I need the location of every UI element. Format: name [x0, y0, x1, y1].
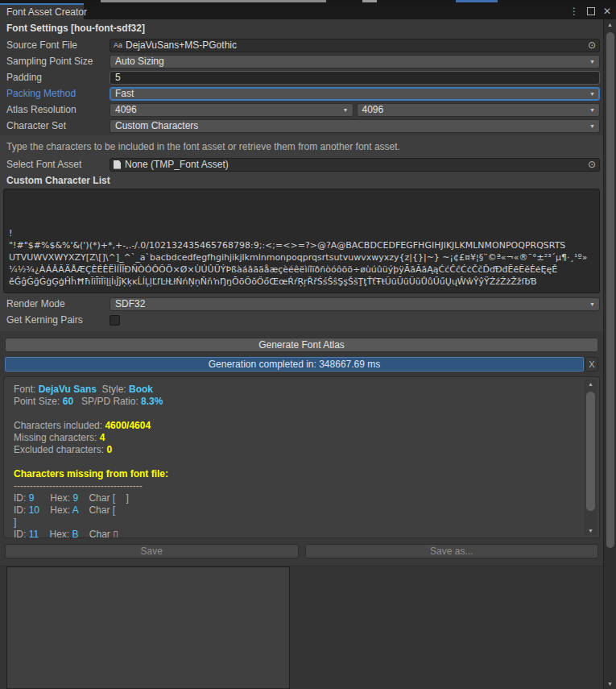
font-asset-file-icon — [114, 160, 121, 169]
maximize-icon[interactable] — [587, 7, 595, 15]
log-segment: Hex: — [39, 529, 72, 538]
select-font-asset-field[interactable]: None (TMP_Font Asset) ⊙ — [110, 158, 600, 172]
custom-characters-section: Type the characters to be included in th… — [0, 135, 603, 331]
atlas-width-value: 4096 — [115, 104, 137, 115]
scroll-down-icon[interactable]: ▼ — [585, 528, 597, 533]
scroll-down-icon[interactable]: ▼ — [604, 681, 616, 687]
atlas-resolution-label: Atlas Resolution — [3, 104, 110, 115]
window-scrollbar-thumb[interactable] — [606, 32, 614, 548]
log-segment: Characters included: — [14, 420, 105, 431]
row-render-mode: Render Mode SDF32 ▼ — [3, 296, 600, 312]
row-packing-method: Packing Method Fast ▼ — [3, 85, 600, 102]
source-font-file-value: DejaVuSans+MS-PGothic — [126, 39, 237, 51]
row-get-kerning-pairs: Get Kerning Pairs — [3, 312, 600, 328]
character-set-dropdown[interactable]: Custom Characters ▼ — [110, 119, 600, 133]
object-picker-icon[interactable]: ⊙ — [588, 39, 596, 51]
atlas-preview-background — [290, 567, 603, 689]
padding-input[interactable]: 5 — [110, 71, 600, 85]
log-segment: Point Size: — [14, 396, 63, 407]
row-source-font-file: Source Font File Aa DejaVuSans+MS-PGothi… — [3, 37, 600, 53]
sampling-point-size-value: Auto Sizing — [115, 56, 164, 67]
character-set-label: Character Set — [3, 120, 110, 131]
log-line: ID: 11 Hex: B Char ▯ — [14, 529, 577, 538]
log-segment: ---------------------------------------- — [14, 480, 143, 492]
tab-title: Font Asset Creator — [6, 6, 87, 18]
get-kerning-pairs-checkbox[interactable] — [110, 315, 120, 326]
log-segment: Hex: — [34, 492, 72, 504]
chevron-down-icon: ▼ — [589, 59, 595, 64]
render-mode-value: SDF32 — [115, 298, 145, 309]
generation-progress-bar: Generation completed in: 348667.69 ms — [5, 357, 584, 371]
select-font-asset-value: None (TMP_Font Asset) — [125, 159, 229, 170]
save-buttons-row: Save Save as... — [5, 544, 598, 558]
save-button[interactable]: Save — [5, 544, 299, 558]
log-line: ID: 10 Hex: A Char [ — [14, 504, 577, 517]
log-line: ID: 9 Hex: 9 Char [ ] — [14, 492, 577, 504]
packing-method-value: Fast — [115, 88, 134, 99]
window-scrollbar[interactable]: ▲ ▼ — [603, 19, 616, 689]
log-segment: Char [ ] — [78, 492, 129, 504]
log-segment: ID: — [14, 492, 29, 504]
scroll-up-icon[interactable]: ▲ — [585, 381, 597, 387]
generation-progress-row: Generation completed in: 348667.69 ms X — [5, 357, 598, 371]
generation-progress-text: Generation completed in: 348667.69 ms — [209, 359, 380, 370]
chevron-down-icon: ▼ — [589, 107, 595, 113]
window-tab-bar: Font Asset Creator ⋮ ✕ — [0, 3, 616, 19]
log-line — [14, 456, 577, 468]
log-segment: 10 — [29, 504, 39, 516]
object-picker-icon[interactable]: ⊙ — [588, 159, 596, 170]
row-character-set: Character Set Custom Characters ▼ — [3, 118, 600, 134]
log-segment: DejaVu Sans — [39, 384, 97, 395]
render-mode-label: Render Mode — [3, 298, 110, 309]
output-scrollbar-thumb[interactable] — [586, 392, 595, 511]
tab-font-asset-creator[interactable]: Font Asset Creator — [0, 3, 84, 19]
progress-dismiss-button[interactable]: X — [585, 357, 598, 371]
log-segment: 8.3% — [141, 396, 163, 407]
packing-method-dropdown[interactable]: Fast ▼ — [110, 87, 600, 101]
row-atlas-resolution: Atlas Resolution 4096 ▼ 4096 ▼ — [3, 102, 600, 118]
padding-value: 5 — [115, 72, 121, 83]
custom-character-list-label: Custom Character List — [3, 172, 600, 189]
log-segment: Char [ — [78, 504, 115, 516]
log-segment: 60 — [63, 396, 73, 407]
log-segment: ID: — [14, 504, 29, 516]
chevron-down-icon: ▼ — [343, 107, 349, 113]
log-line: ] — [14, 517, 577, 529]
generate-font-atlas-button[interactable]: Generate Font Atlas — [5, 338, 598, 352]
log-segment: SP/PD Ratio: — [73, 396, 141, 407]
log-line: Point Size: 60 SP/PD Ratio: 8.3% — [14, 396, 577, 408]
log-segment: Characters missing from font file: — [14, 468, 168, 479]
window-menu-icon[interactable]: ⋮ — [569, 6, 579, 17]
log-segment: Excluded characters: — [14, 444, 106, 455]
sampling-point-size-label: Sampling Point Size — [3, 56, 110, 67]
custom-character-list-input[interactable]: ! "!#"$#%$&%'&(')(*)+*,+-,.-/.0/10213243… — [3, 189, 600, 293]
atlas-preview-area — [0, 566, 603, 689]
close-icon[interactable]: ✕ — [603, 6, 611, 17]
log-segment: Font: — [14, 384, 39, 395]
log-segment: 11 — [29, 529, 39, 538]
font-asset-icon: Aa — [114, 41, 122, 49]
padding-label: Padding — [3, 72, 110, 83]
source-font-file-field[interactable]: Aa DejaVuSans+MS-PGothic ⊙ — [110, 39, 600, 52]
source-font-file-label: Source Font File — [3, 39, 110, 51]
log-line: ---------------------------------------- — [14, 480, 577, 492]
help-text: Type the characters to be included in th… — [3, 137, 600, 156]
output-scrollbar[interactable]: ▲ ▼ — [585, 380, 597, 535]
log-segment: A — [72, 504, 78, 516]
atlas-height-value: 4096 — [362, 104, 384, 115]
scroll-up-icon[interactable]: ▲ — [604, 22, 616, 27]
log-segment: ID: — [14, 529, 29, 538]
log-line: Font: DejaVu Sans Style: Book — [14, 384, 577, 396]
row-sampling-point-size: Sampling Point Size Auto Sizing ▼ — [3, 53, 600, 69]
log-segment: Missing characters: — [14, 432, 100, 443]
save-as-button[interactable]: Save as... — [305, 544, 599, 558]
atlas-height-dropdown[interactable]: 4096 ▼ — [357, 103, 601, 117]
render-mode-dropdown[interactable]: SDF32 ▼ — [110, 297, 600, 311]
generation-output-box: Font: DejaVu Sans Style: BookPoint Size:… — [3, 376, 600, 538]
select-font-asset-label: Select Font Asset — [3, 159, 110, 170]
chevron-down-icon: ▼ — [589, 123, 595, 129]
log-line — [14, 408, 577, 420]
background-window-remnant-segment — [456, 0, 498, 2]
sampling-point-size-dropdown[interactable]: Auto Sizing ▼ — [110, 55, 600, 68]
atlas-width-dropdown[interactable]: 4096 ▼ — [110, 103, 353, 117]
